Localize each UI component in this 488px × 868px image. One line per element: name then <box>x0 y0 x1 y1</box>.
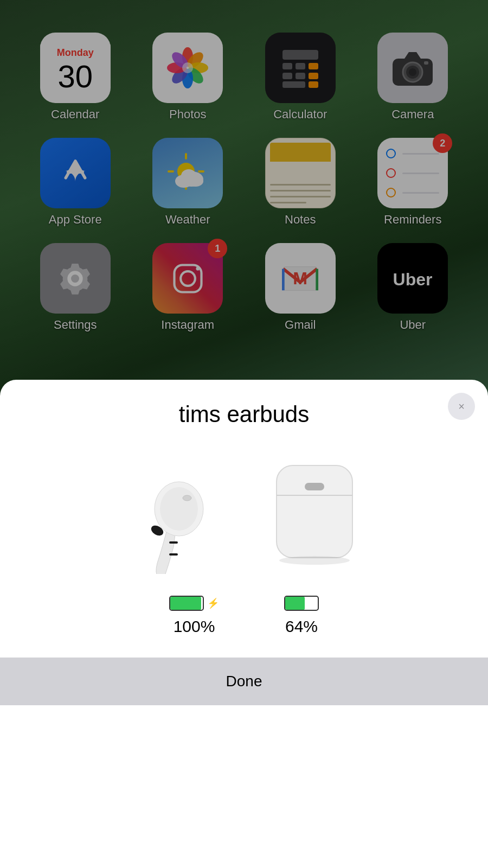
svg-rect-47 <box>169 553 178 556</box>
airpods-images-container <box>16 455 472 574</box>
case-battery-fill <box>285 597 305 610</box>
airpods-battery-bar <box>169 596 204 611</box>
airpods-earbuds-image <box>119 455 228 574</box>
case-battery-indicator <box>284 596 319 611</box>
case-battery-bar <box>284 596 319 611</box>
charging-bolt-icon: ⚡ <box>207 597 219 609</box>
close-icon: × <box>458 400 465 413</box>
svg-point-43 <box>160 487 198 531</box>
svg-rect-46 <box>169 541 178 544</box>
done-button[interactable]: Done <box>0 658 488 705</box>
airpods-battery-indicator: ⚡ <box>169 596 219 611</box>
modal-title: tims earbuds <box>16 396 472 427</box>
svg-rect-50 <box>305 483 324 490</box>
airpods-modal: × tims earbuds <box>0 380 488 868</box>
case-battery-item: 64% <box>284 596 319 636</box>
airpods-battery-fill <box>170 597 201 610</box>
case-battery-percent: 64% <box>285 617 318 636</box>
battery-row: ⚡ 100% 64% <box>16 596 472 636</box>
airpods-battery-percent: 100% <box>174 617 215 636</box>
airpods-battery-item: ⚡ 100% <box>169 596 219 636</box>
svg-rect-48 <box>277 465 352 558</box>
svg-point-45 <box>183 495 191 501</box>
airpods-case-image <box>260 455 369 574</box>
modal-close-button[interactable]: × <box>448 393 475 420</box>
svg-point-51 <box>279 556 350 565</box>
